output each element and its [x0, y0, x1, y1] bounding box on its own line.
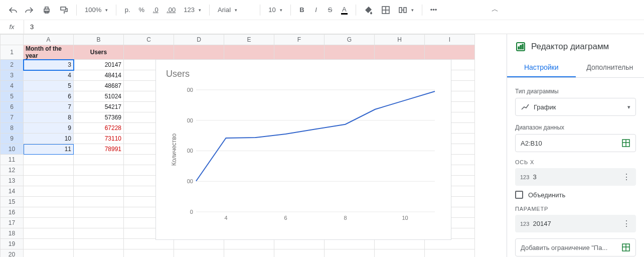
x-axis-field[interactable]: 123 3 ⋮ — [515, 168, 636, 186]
row-header[interactable]: 9 — [1, 134, 24, 144]
cell[interactable] — [425, 239, 475, 249]
column-header[interactable]: D — [174, 35, 224, 45]
cell[interactable] — [174, 249, 224, 258]
cell[interactable] — [124, 239, 174, 249]
redo-button[interactable] — [22, 4, 37, 17]
cell[interactable]: 11 — [24, 144, 74, 155]
column-header[interactable]: B — [74, 35, 124, 45]
column-header[interactable]: E — [224, 35, 274, 45]
undo-button[interactable] — [5, 4, 20, 17]
cell[interactable] — [74, 218, 124, 228]
column-header[interactable]: H — [375, 35, 425, 45]
font-select[interactable]: Arial — [215, 4, 255, 16]
row-header[interactable]: 14 — [1, 186, 24, 197]
cell[interactable] — [24, 176, 74, 186]
cell[interactable]: 10 — [24, 134, 74, 144]
text-color-button[interactable]: A — [338, 4, 351, 17]
cell[interactable]: 7 — [24, 102, 74, 112]
cell[interactable] — [24, 197, 74, 207]
row-header[interactable]: 10 — [1, 144, 24, 155]
row-header[interactable]: 1 — [1, 45, 24, 60]
font-size-select[interactable]: 10 — [265, 4, 285, 16]
cell[interactable] — [74, 165, 124, 176]
cell[interactable] — [274, 239, 325, 249]
cell[interactable]: 5 — [24, 81, 74, 91]
row-header[interactable]: 13 — [1, 176, 24, 186]
italic-button[interactable]: I — [310, 4, 322, 16]
cell[interactable]: 48687 — [74, 81, 124, 91]
row-header[interactable]: 6 — [1, 102, 24, 112]
column-header[interactable]: F — [274, 35, 325, 45]
cell[interactable]: 51024 — [74, 91, 124, 102]
row-header[interactable]: 3 — [1, 70, 24, 81]
bold-button[interactable]: B — [296, 4, 308, 16]
decrease-decimal-button[interactable]: .0 — [149, 4, 162, 16]
cell[interactable]: 48414 — [74, 70, 124, 81]
row-header[interactable]: 8 — [1, 123, 24, 134]
cell[interactable] — [74, 228, 124, 239]
strike-button[interactable]: S — [324, 4, 336, 16]
row-header[interactable]: 12 — [1, 165, 24, 176]
merge-button[interactable] — [395, 4, 417, 17]
select-range-icon[interactable] — [621, 243, 630, 252]
cell[interactable]: 78991 — [74, 144, 124, 155]
row-header[interactable]: 20 — [1, 249, 24, 258]
cell[interactable] — [224, 239, 274, 249]
cell[interactable] — [425, 249, 475, 258]
chart-object[interactable]: Users Количество 02000040000600008000046… — [155, 59, 451, 240]
cell[interactable] — [24, 186, 74, 197]
series-more-button[interactable]: ⋮ — [622, 219, 631, 228]
combine-checkbox[interactable]: Объединить — [515, 191, 636, 199]
cell[interactable]: 54217 — [74, 102, 124, 112]
paint-format-button[interactable] — [56, 4, 71, 17]
select-range-icon[interactable] — [621, 139, 630, 148]
currency-button[interactable]: р. — [121, 4, 133, 16]
fill-color-button[interactable] — [361, 4, 376, 17]
cell[interactable] — [224, 249, 274, 258]
row-header[interactable]: 4 — [1, 81, 24, 91]
cell[interactable] — [24, 218, 74, 228]
cell[interactable] — [74, 197, 124, 207]
more-toolbar-button[interactable]: ••• — [427, 4, 440, 16]
row-header[interactable]: 2 — [1, 60, 24, 70]
cell[interactable] — [375, 249, 425, 258]
cell[interactable]: 9 — [24, 123, 74, 134]
cell[interactable] — [24, 228, 74, 239]
borders-button[interactable] — [378, 4, 393, 17]
cell[interactable] — [124, 249, 174, 258]
cell[interactable] — [74, 249, 124, 258]
percent-button[interactable]: % — [135, 4, 147, 16]
row-header[interactable]: 18 — [1, 228, 24, 239]
cell[interactable]: 57369 — [74, 112, 124, 123]
column-header[interactable]: I — [425, 35, 475, 45]
x-axis-more-button[interactable]: ⋮ — [622, 172, 631, 182]
row-header[interactable]: 16 — [1, 207, 24, 218]
chart-type-select[interactable]: График ▾ — [515, 98, 636, 116]
cell[interactable] — [24, 155, 74, 165]
data-range-input[interactable]: A2:B10 — [515, 134, 636, 152]
cell[interactable]: 3 — [24, 60, 74, 70]
row-header[interactable]: 5 — [1, 91, 24, 102]
cell[interactable] — [375, 239, 425, 249]
cell[interactable]: 6 — [24, 91, 74, 102]
column-header[interactable]: C — [124, 35, 174, 45]
number-format-select[interactable]: 123 — [181, 4, 204, 16]
column-header[interactable]: A — [24, 35, 74, 45]
cell[interactable] — [74, 155, 124, 165]
collapse-toolbar-button[interactable]: ︿ — [492, 5, 499, 14]
cell[interactable] — [174, 239, 224, 249]
cell[interactable]: 8 — [24, 112, 74, 123]
cell[interactable] — [24, 165, 74, 176]
column-header[interactable]: G — [325, 35, 375, 45]
cell[interactable] — [325, 249, 375, 258]
print-button[interactable] — [39, 4, 54, 17]
cell[interactable]: 20147 — [74, 60, 124, 70]
cell[interactable] — [74, 207, 124, 218]
spreadsheet-area[interactable]: ABCDEFGHI1Month of the yearUsers23201473… — [0, 34, 507, 257]
row-header[interactable]: 7 — [1, 112, 24, 123]
cell[interactable] — [24, 239, 74, 249]
cell[interactable] — [24, 207, 74, 218]
cell[interactable] — [74, 176, 124, 186]
cell[interactable]: 4 — [24, 70, 74, 81]
cell[interactable] — [24, 249, 74, 258]
